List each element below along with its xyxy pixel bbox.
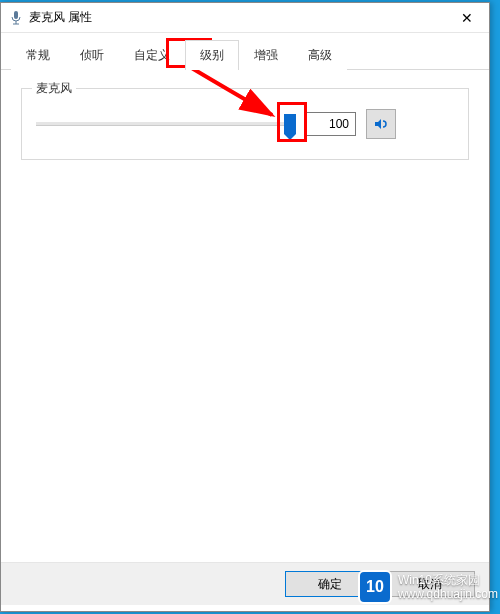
- tab-listen[interactable]: 侦听: [65, 40, 119, 70]
- tab-content-level: 麦克风: [1, 70, 489, 562]
- close-button[interactable]: ✕: [447, 4, 487, 32]
- cancel-button[interactable]: 取消: [385, 571, 475, 597]
- tab-general[interactable]: 常规: [11, 40, 65, 70]
- microphone-level-group: 麦克风: [21, 88, 469, 160]
- tab-enhance[interactable]: 增强: [239, 40, 293, 70]
- microphone-properties-dialog: 麦克风 属性 ✕ 常规 侦听 自定义 级别 增强 高级 麦克风: [0, 2, 490, 612]
- tab-advanced[interactable]: 高级: [293, 40, 347, 70]
- mute-toggle-button[interactable]: [366, 109, 396, 139]
- ok-button[interactable]: 确定: [285, 571, 375, 597]
- level-slider-row: [36, 103, 454, 139]
- tab-level[interactable]: 级别: [185, 40, 239, 70]
- microphone-icon: [9, 11, 23, 25]
- svg-rect-0: [14, 11, 18, 19]
- slider-thumb[interactable]: [284, 114, 296, 134]
- volume-icon: [373, 116, 389, 132]
- window-title: 麦克风 属性: [29, 9, 447, 26]
- level-slider[interactable]: [36, 109, 296, 139]
- title-bar: 麦克风 属性 ✕: [1, 3, 489, 33]
- level-value-input[interactable]: [306, 112, 356, 136]
- slider-track: [36, 122, 296, 126]
- group-label: 麦克风: [32, 80, 76, 97]
- dialog-buttons: 确定 取消: [1, 562, 489, 605]
- tab-strip: 常规 侦听 自定义 级别 增强 高级: [1, 33, 489, 70]
- tab-custom[interactable]: 自定义: [119, 40, 185, 70]
